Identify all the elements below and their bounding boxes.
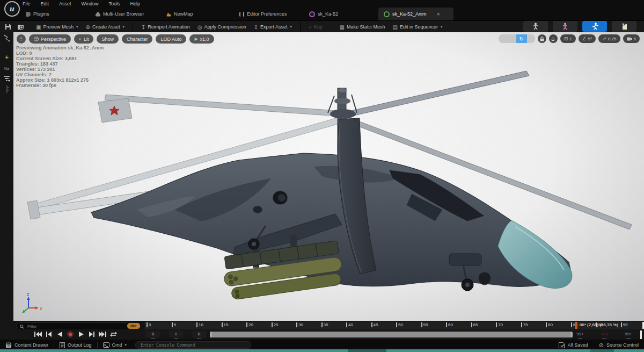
menu-file[interactable]: File <box>23 1 31 6</box>
reimport-animation-button[interactable]: ↧ Reimport Animation <box>137 21 194 32</box>
camera-speed-value: 5 <box>634 37 636 41</box>
button-label: Make Static Mesh <box>347 24 385 30</box>
edit-in-sequencer-button[interactable]: ▤ Edit in Sequencer ▾ <box>389 21 446 32</box>
mesh-mode-button[interactable] <box>553 21 577 32</box>
all-saved-button[interactable]: All Saved <box>553 340 594 350</box>
step-forward-button[interactable] <box>87 331 96 338</box>
console-command-input[interactable] <box>140 342 247 348</box>
create-asset-button[interactable]: ⊕ Create Asset ▾ <box>82 21 128 32</box>
menu-tools[interactable]: Tools <box>109 1 120 6</box>
tab-editor-preferences[interactable]: Editor Preferences <box>239 8 287 20</box>
camera-speed-button[interactable]: 5 <box>623 34 640 43</box>
desktop-taskbar-strip <box>0 349 644 352</box>
button-label: Output Log <box>68 342 92 348</box>
timeline-playhead[interactable] <box>575 322 577 329</box>
scale-arrow-icon: ↗ <box>602 36 606 41</box>
output-log-button[interactable]: Output Log <box>54 340 97 350</box>
record-button[interactable] <box>66 331 75 338</box>
export-icon: ↥ <box>254 24 258 30</box>
button-label: Preview Mesh <box>43 24 74 30</box>
preview-mesh-button[interactable]: ▣ Preview Mesh ▾ <box>32 21 82 32</box>
viewport-stats-overlay: Previewing Animation sk_Ka-52_Anim LOD: … <box>16 45 104 88</box>
play-reverse-button[interactable] <box>55 331 64 338</box>
chevron-down-icon: ▾ <box>122 25 125 29</box>
add-icon[interactable]: + <box>5 54 9 61</box>
rotate-mode-icon[interactable]: ↻ <box>516 34 527 43</box>
camera-icon <box>627 37 632 41</box>
lock-viewport-button[interactable] <box>538 34 546 43</box>
apply-compression-button[interactable]: ◎ Apply Compression <box>194 21 250 32</box>
loop-toggle-button[interactable] <box>109 331 118 338</box>
timeline-ruler[interactable]: 86* (2,88) (86,35 %) 0510152025303540455… <box>144 321 644 330</box>
timeline-frame-badge: 86+ <box>127 323 140 329</box>
plugin-icon <box>26 12 31 17</box>
rotation-snap-button[interactable]: ∠ 5° <box>579 34 596 43</box>
hierarchy-icon[interactable] <box>4 85 10 93</box>
physics-mode-button[interactable] <box>612 21 636 32</box>
scale-snap-button[interactable]: ↗ 0,25 <box>598 34 620 43</box>
character-dropdown[interactable]: Character <box>122 34 153 44</box>
content-drawer-button[interactable]: Content Drawer <box>0 340 54 350</box>
tab-label: NewMap <box>174 11 193 17</box>
menu-window[interactable]: Window <box>82 1 99 6</box>
view-range-end-field[interactable]: 0 <box>192 331 206 337</box>
stat-triangles: Triangles: 183 437 <box>16 61 104 67</box>
step-backward-button[interactable] <box>45 331 53 338</box>
lit-dropdown[interactable]: ◐ Lit <box>74 34 93 44</box>
tab-multi-user-browser[interactable]: Multi-User Browser <box>96 8 144 20</box>
tab-newmap[interactable]: NewMap <box>166 8 193 20</box>
save-icon[interactable] <box>3 22 13 32</box>
menu-help[interactable]: Help <box>130 1 141 6</box>
skeleton-mode-button[interactable] <box>523 21 548 32</box>
close-tab-icon[interactable]: × <box>437 11 440 17</box>
viewport-menu-button[interactable]: ≡ <box>17 34 26 44</box>
running-figure-icon <box>591 23 598 30</box>
stat-uv-channels: UV Channels: 2 <box>16 72 104 77</box>
unreal-engine-logo-icon[interactable]: u <box>4 1 20 17</box>
tab-sk-ka-52[interactable]: sk_Ka-52 <box>309 8 338 20</box>
no-source-control-icon: ⊘ <box>599 342 604 349</box>
go-to-end-button[interactable] <box>98 331 107 338</box>
ka52-helicopter-model[interactable] <box>13 32 644 321</box>
grid-snap-button[interactable]: ⊞ 1 <box>560 34 576 43</box>
world-local-toggle[interactable] <box>549 34 558 43</box>
console-command-box[interactable] <box>135 341 251 349</box>
stat-lod: LOD: 0 <box>16 51 104 56</box>
current-frame-field[interactable]: 0 <box>169 331 183 337</box>
collapsed-panel-label[interactable]: Na <box>4 67 9 70</box>
menu-asset[interactable]: Asset <box>59 1 71 6</box>
playback-speed-dropdown[interactable]: ▶ x1,0 <box>189 34 214 44</box>
export-asset-button[interactable]: ↥ Export Asset ▾ <box>250 21 296 32</box>
button-label: Source Control <box>606 342 639 348</box>
gizmo-mode-segmented-control[interactable]: ↻ <box>499 34 535 43</box>
show-dropdown[interactable]: Show <box>97 34 119 44</box>
toolbar-separator <box>300 23 301 31</box>
preview-viewport[interactable]: ≡ Perspective ◐ Lit Show Character LOD A… <box>13 32 644 321</box>
lod-auto-dropdown[interactable]: LOD Auto <box>156 34 186 44</box>
sequence-length-field[interactable]: 100 <box>597 331 611 337</box>
reimport-icon: ↧ <box>141 24 145 30</box>
timeline-filter-input[interactable] <box>26 324 114 329</box>
timeline-scrollbar-thumb[interactable] <box>210 332 573 337</box>
filter-tree-icon[interactable] <box>3 76 10 82</box>
skeleton-tree-icon[interactable] <box>3 34 11 42</box>
tab-label: Multi-User Browser <box>103 11 144 17</box>
go-to-start-button[interactable] <box>34 331 42 338</box>
menu-edit[interactable]: Edit <box>41 1 49 6</box>
perspective-dropdown[interactable]: Perspective <box>29 34 71 44</box>
browse-to-asset-icon[interactable] <box>16 22 26 32</box>
timeline-scrollbar[interactable] <box>210 332 573 337</box>
tab-sk-ka-52-anim[interactable]: sk_Ka-52_Anim × <box>378 8 453 20</box>
cmd-dropdown[interactable]: Cmd ▾ <box>98 340 133 350</box>
make-static-mesh-button[interactable]: ▦ Make Static Mesh <box>335 21 389 32</box>
range-end-handle[interactable] <box>640 331 642 339</box>
tab-plugins[interactable]: Plugins <box>26 8 49 20</box>
rotation-snap-value: 5° <box>588 37 592 41</box>
sequencer-icon: ▤ <box>392 24 397 30</box>
animation-mode-button[interactable] <box>582 21 607 32</box>
working-range-field-b[interactable]: 99+ <box>621 331 635 337</box>
working-range-field-a[interactable]: 99+ <box>573 331 587 337</box>
source-control-button[interactable]: ⊘ Source Control <box>594 340 644 350</box>
play-button[interactable] <box>77 331 85 338</box>
view-range-start-field[interactable]: 0 <box>146 331 160 337</box>
